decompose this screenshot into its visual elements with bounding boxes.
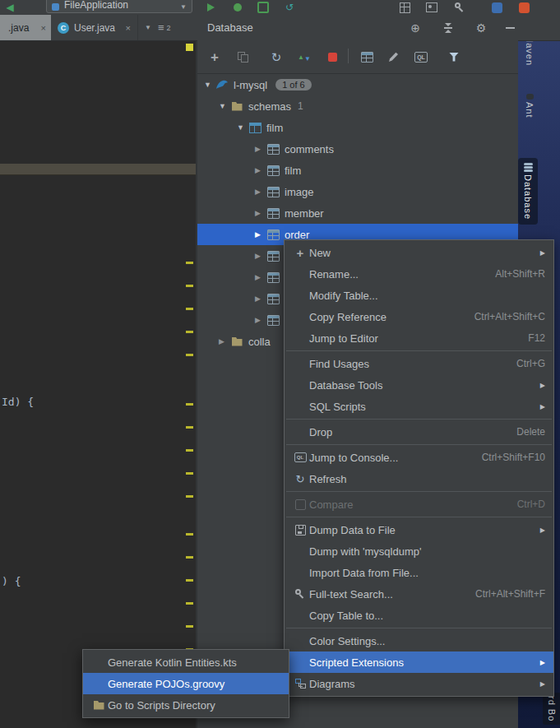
app-orange-icon[interactable] xyxy=(517,1,530,14)
filter-icon[interactable] xyxy=(447,49,461,64)
chevron-collapsed-icon[interactable]: ▶ xyxy=(255,273,266,281)
warning-stripe-mark[interactable] xyxy=(186,602,193,605)
warning-stripe-mark[interactable] xyxy=(186,533,193,536)
menu-item-rename[interactable]: Rename... Alt+Shift+R xyxy=(285,263,553,285)
warning-stripe-mark[interactable] xyxy=(186,625,193,628)
menu-separator xyxy=(286,491,552,492)
back-icon[interactable]: ◀ xyxy=(3,1,16,14)
search-icon xyxy=(295,589,305,599)
refresh-icon[interactable]: ↻ xyxy=(269,49,284,64)
app-blue-icon[interactable] xyxy=(490,1,503,14)
warning-stripe-mark[interactable] xyxy=(186,262,193,264)
menu-item-import-data-from-file[interactable]: Import Data from File... xyxy=(285,562,553,583)
globe-icon[interactable]: ⊕ xyxy=(409,21,422,35)
warning-stripe-mark[interactable] xyxy=(186,495,193,498)
warning-stripe-mark[interactable] xyxy=(186,579,193,582)
menu-item-dump-with-mysqldump[interactable]: Dump with 'mysqldump' xyxy=(285,540,553,562)
add-icon[interactable]: + xyxy=(207,49,222,64)
menu-item-database-tools[interactable]: Database Tools ▶ xyxy=(285,374,553,396)
chevron-collapsed-icon[interactable]: ▶ xyxy=(255,166,266,174)
menu-item-find-usages[interactable]: Find Usages Ctrl+G xyxy=(285,353,553,374)
menu-item-new[interactable]: + New ▶ xyxy=(285,242,553,263)
tool-window-button-ant[interactable]: Ant xyxy=(520,94,539,118)
warning-stripe-mark[interactable] xyxy=(186,426,193,429)
tree-row-table[interactable]: ▶ member xyxy=(197,202,518,224)
settings-gear-icon[interactable]: ⚙ xyxy=(474,21,488,35)
menu-item-sql-scripts[interactable]: SQL Scripts ▶ xyxy=(285,396,553,417)
chevron-collapsed-icon[interactable]: ▶ xyxy=(255,209,266,217)
tab-list-icon[interactable]: ≡ xyxy=(158,21,164,34)
menu-item-full-text-search[interactable]: Full-text Search... Ctrl+Alt+Shift+F xyxy=(285,583,553,605)
submenu-item-generate-kotlin-entities[interactable]: Generate Kotlin Entities.kts xyxy=(83,651,289,673)
run-icon[interactable] xyxy=(204,1,217,14)
menu-item-copy-reference[interactable]: Copy Reference Ctrl+Alt+Shift+C xyxy=(285,306,553,327)
submenu-item-go-to-scripts-directory[interactable]: Go to Scripts Directory xyxy=(83,694,289,716)
menu-item-refresh[interactable]: ↻ Refresh xyxy=(285,468,553,489)
warning-summary-mark[interactable] xyxy=(186,44,193,51)
menu-item-dump-data-to-file[interactable]: Dump Data to File ▶ xyxy=(285,519,553,540)
sync-icon[interactable]: ▲▼ xyxy=(297,49,312,64)
menu-item-copy-table-to[interactable]: Copy Table to... xyxy=(285,605,553,626)
chevron-collapsed-icon[interactable]: ▶ xyxy=(255,230,266,239)
copy-icon[interactable] xyxy=(235,49,250,64)
collapse-icon[interactable] xyxy=(442,21,455,35)
chevron-down-icon[interactable]: ▼ xyxy=(145,24,151,31)
editor-error-stripe[interactable] xyxy=(184,40,196,728)
chevron-expanded-icon[interactable]: ▼ xyxy=(204,81,215,89)
chevron-collapsed-icon[interactable]: ▶ xyxy=(255,252,266,260)
chevron-collapsed-icon[interactable]: ▶ xyxy=(255,188,266,196)
menu-item-scripted-extensions[interactable]: Scripted Extensions ▶ xyxy=(285,651,553,673)
tree-row-schema-film[interactable]: ▼ film xyxy=(197,117,518,138)
tab-java[interactable]: .java × xyxy=(0,15,51,40)
warning-stripe-mark[interactable] xyxy=(186,556,193,559)
chevron-collapsed-icon[interactable]: ▶ xyxy=(255,316,266,324)
close-icon[interactable]: × xyxy=(41,23,46,33)
stop-icon[interactable] xyxy=(325,49,340,64)
chevron-collapsed-icon[interactable]: ▶ xyxy=(255,145,266,153)
hide-icon[interactable] xyxy=(503,21,516,35)
tool-window-button-database[interactable]: Database xyxy=(518,158,538,225)
warning-stripe-mark[interactable] xyxy=(186,354,193,356)
submenu-item-generate-pojos[interactable]: Generate POJOs.groovy xyxy=(83,673,289,694)
warning-stripe-mark[interactable] xyxy=(186,308,193,310)
warning-stripe-mark[interactable] xyxy=(186,449,193,452)
tool-window-button-bottom[interactable]: rd Bo xyxy=(543,693,560,725)
menu-item-label: Modify Table... xyxy=(309,290,378,302)
tree-row-datasource[interactable]: ▼ l-mysql 1 of 6 xyxy=(197,74,518,95)
chevron-expanded-icon[interactable]: ▼ xyxy=(219,102,230,110)
table-icon[interactable] xyxy=(359,49,374,64)
editor-area[interactable]: Id) { ) { xyxy=(0,40,196,728)
console-icon[interactable]: QL xyxy=(414,49,428,64)
debug-icon[interactable] xyxy=(231,1,244,14)
menu-item-drop[interactable]: Drop Delete xyxy=(285,421,553,443)
menu-separator xyxy=(286,517,552,517)
menu-item-label: Copy Table to... xyxy=(309,610,383,622)
edit-icon[interactable] xyxy=(386,49,401,64)
run-configuration-selector[interactable]: FileApplication ▼ xyxy=(46,0,192,13)
search-result-badge: 1 of 6 xyxy=(275,79,312,90)
tree-row-table[interactable]: ▶ comments xyxy=(197,138,518,160)
tab-user-java[interactable]: C User.java × xyxy=(51,15,138,40)
chevron-expanded-icon[interactable]: ▼ xyxy=(237,123,248,132)
coverage-icon[interactable] xyxy=(257,1,270,14)
menu-item-label: Full-text Search... xyxy=(309,588,393,600)
warning-stripe-mark[interactable] xyxy=(186,285,193,287)
warning-stripe-mark[interactable] xyxy=(186,472,193,475)
close-icon[interactable]: × xyxy=(126,23,131,33)
menu-item-jump-to-editor[interactable]: Jump to Editor F12 xyxy=(285,327,553,349)
warning-stripe-mark[interactable] xyxy=(186,403,193,406)
chevron-collapsed-icon[interactable]: ▶ xyxy=(219,337,230,345)
update-icon[interactable]: ↺ xyxy=(283,1,296,14)
tree-row-schemas[interactable]: ▼ schemas 1 xyxy=(197,95,518,117)
warning-stripe-mark[interactable] xyxy=(186,331,193,333)
menu-item-modify-table[interactable]: Modify Table... xyxy=(285,285,553,306)
tree-row-table[interactable]: ▶ image xyxy=(197,181,518,202)
menu-item-color-settings[interactable]: Color Settings... xyxy=(285,630,553,651)
grid-icon[interactable] xyxy=(398,1,411,14)
chevron-collapsed-icon[interactable]: ▶ xyxy=(255,294,266,303)
menu-item-jump-to-console[interactable]: QL Jump to Console... Ctrl+Shift+F10 xyxy=(285,447,553,468)
image-icon[interactable] xyxy=(425,1,438,14)
search-icon[interactable] xyxy=(453,1,466,14)
menu-item-diagrams[interactable]: Diagrams ▶ xyxy=(285,673,553,694)
tree-row-table[interactable]: ▶ film xyxy=(197,160,518,181)
